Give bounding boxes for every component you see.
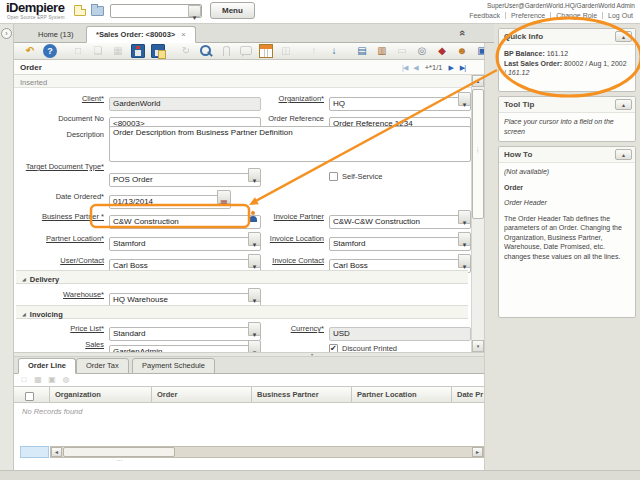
partner-location-field[interactable]	[109, 232, 261, 246]
date-ordered-input[interactable]	[109, 195, 231, 209]
warehouse-field[interactable]	[109, 288, 261, 302]
help-icon[interactable]	[43, 44, 57, 58]
close-tab-icon[interactable]	[181, 27, 185, 42]
scroll-up-icon[interactable]	[472, 75, 484, 87]
warehouse-dropdown-icon[interactable]	[248, 288, 261, 302]
organization-dropdown-icon[interactable]	[458, 92, 471, 106]
how-to-panel: How To (Not available) Order Order Heade…	[498, 146, 636, 318]
detail-save-icon	[47, 375, 57, 385]
order-reference-field[interactable]	[329, 112, 471, 126]
business-partner-label: Business Partner *	[14, 210, 104, 224]
target-document-type-input[interactable]	[109, 173, 261, 187]
column-partner-location[interactable]: Partner Location	[352, 387, 452, 402]
tab-sales-order-label: *Sales Order: <80003>	[96, 30, 175, 39]
menu-button[interactable]: Menu	[210, 2, 255, 19]
self-service-label: Self-Service	[342, 172, 382, 181]
vertical-scrollbar-thumb[interactable]	[472, 89, 484, 219]
organization-input[interactable]	[329, 97, 471, 111]
invoice-contact-dropdown-icon[interactable]	[458, 254, 471, 268]
ignore-changes-icon[interactable]	[23, 44, 37, 58]
column-organization[interactable]: Organization	[50, 387, 152, 402]
first-record-icon	[402, 64, 407, 72]
date-ordered-field[interactable]	[109, 190, 231, 204]
request-icon[interactable]	[455, 44, 469, 58]
form-vertical-scrollbar[interactable]	[471, 75, 484, 352]
global-search-combo[interactable]	[110, 4, 202, 18]
folder-icon[interactable]	[91, 6, 104, 16]
collapse-header-icon[interactable]	[460, 27, 472, 39]
order-reference-label: Order Reference	[244, 112, 324, 126]
description-field[interactable]: Order Description from Business Partner …	[109, 126, 471, 162]
price-list-input[interactable]	[109, 327, 261, 341]
invoice-location-field[interactable]	[329, 232, 471, 246]
link-log-out[interactable]: Log Out	[602, 12, 638, 19]
description-input[interactable]: Order Description from Business Partner …	[109, 126, 471, 162]
last-record-icon[interactable]	[460, 64, 465, 72]
combo-dropdown-icon[interactable]	[188, 5, 201, 17]
frozen-column-strip	[20, 446, 49, 458]
partner-location-input[interactable]	[109, 237, 261, 251]
tab-home[interactable]: Home (13)	[28, 26, 83, 43]
link-feedback[interactable]: Feedback	[464, 12, 505, 19]
workflow-icon[interactable]	[435, 44, 449, 58]
app-logo: iDempiere	[6, 2, 64, 14]
top-bar: iDempiere Open Source ERP System Menu Su…	[0, 0, 640, 24]
scroll-down-icon[interactable]	[472, 340, 484, 352]
print-preview-icon[interactable]	[415, 44, 429, 58]
grid-toggle-icon[interactable]	[259, 44, 273, 58]
find-icon[interactable]	[199, 44, 213, 58]
next-record-icon[interactable]	[448, 64, 453, 72]
invoice-partner-input[interactable]	[329, 215, 471, 229]
column-business-partner[interactable]: Business Partner	[252, 387, 352, 402]
link-change-role[interactable]: Change Role	[550, 12, 602, 19]
target-document-type-label: Target Document Type*	[14, 162, 104, 171]
select-all-checkbox[interactable]	[25, 392, 34, 401]
quick-info-collapse-icon[interactable]	[615, 31, 632, 42]
section-delivery[interactable]: Delivery	[16, 270, 468, 284]
document-no-field[interactable]	[109, 112, 261, 126]
organization-field[interactable]	[329, 92, 471, 106]
scroll-left-icon[interactable]	[51, 447, 62, 457]
report-icon[interactable]	[355, 44, 369, 58]
tab-order-tax[interactable]: Order Tax	[76, 358, 129, 374]
save-icon[interactable]	[131, 44, 145, 58]
column-date-promised[interactable]: Date Pr	[452, 387, 484, 402]
csv-import-icon	[279, 44, 293, 58]
vertical-splitter[interactable]	[484, 43, 494, 470]
price-list-field[interactable]	[109, 322, 261, 336]
tab-payment-schedule[interactable]: Payment Schedule	[132, 358, 215, 374]
user-contact-field[interactable]	[109, 254, 261, 268]
invoice-location-input[interactable]	[329, 237, 471, 251]
target-document-type-field[interactable]	[109, 168, 261, 182]
invoice-location-dropdown-icon[interactable]	[458, 232, 471, 246]
business-partner-field[interactable]	[109, 210, 261, 224]
tool-tip-collapse-icon[interactable]	[615, 99, 632, 110]
invoice-partner-field[interactable]	[329, 210, 471, 224]
archive-icon[interactable]	[375, 44, 389, 58]
table-horizontal-scrollbar[interactable]	[50, 446, 484, 458]
global-search-input[interactable]	[112, 6, 188, 16]
detail-record-icon[interactable]	[327, 44, 341, 58]
bp-balance-value: 161.12	[545, 50, 568, 57]
self-service-checkbox[interactable]	[329, 172, 338, 181]
section-invoicing[interactable]: Invoicing	[16, 305, 468, 319]
warehouse-label: Warehouse*	[14, 288, 104, 302]
save-create-new-icon[interactable]	[151, 44, 165, 58]
column-order[interactable]: Order	[152, 387, 252, 402]
invoice-partner-dropdown-icon[interactable]	[458, 210, 471, 224]
target-document-type-dropdown-icon[interactable]	[248, 168, 261, 182]
tab-order-line[interactable]: Order Line	[18, 358, 76, 374]
scroll-right-icon[interactable]	[472, 447, 483, 457]
new-window-icon[interactable]	[74, 5, 86, 16]
expand-west-panel-button[interactable]	[1, 28, 12, 39]
horizontal-scrollbar-thumb[interactable]	[63, 447, 175, 457]
quick-info-title: Quick Info	[504, 32, 543, 41]
how-to-collapse-icon[interactable]	[615, 149, 632, 160]
calendar-icon[interactable]	[217, 190, 231, 204]
business-partner-input[interactable]	[109, 215, 261, 229]
help-sidebar: Quick Info BP Balance: 161.12 Last Sales…	[494, 24, 640, 480]
client-field	[109, 92, 261, 106]
invoice-contact-field[interactable]	[329, 254, 471, 268]
link-preference[interactable]: Preference	[505, 12, 550, 19]
tab-sales-order[interactable]: *Sales Order: <80003>	[86, 26, 196, 43]
